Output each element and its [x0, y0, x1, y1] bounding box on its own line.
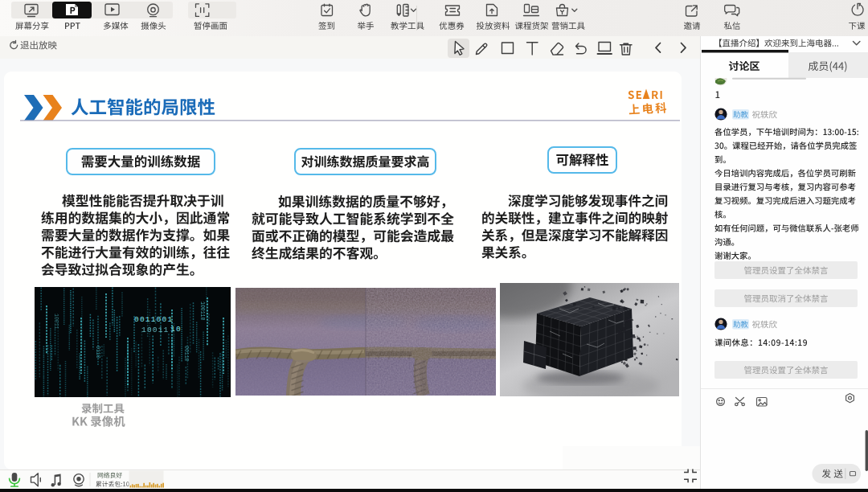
svg-text:00110: 00110	[183, 346, 189, 362]
svg-text:100110: 100110	[199, 301, 205, 321]
svg-text:10: 10	[170, 325, 182, 334]
svg-text:10011: 10011	[141, 326, 170, 334]
svg-text:0110: 0110	[95, 346, 100, 359]
svg-text:0011001: 0011001	[134, 315, 173, 324]
svg-text:10011: 10011	[53, 314, 59, 330]
